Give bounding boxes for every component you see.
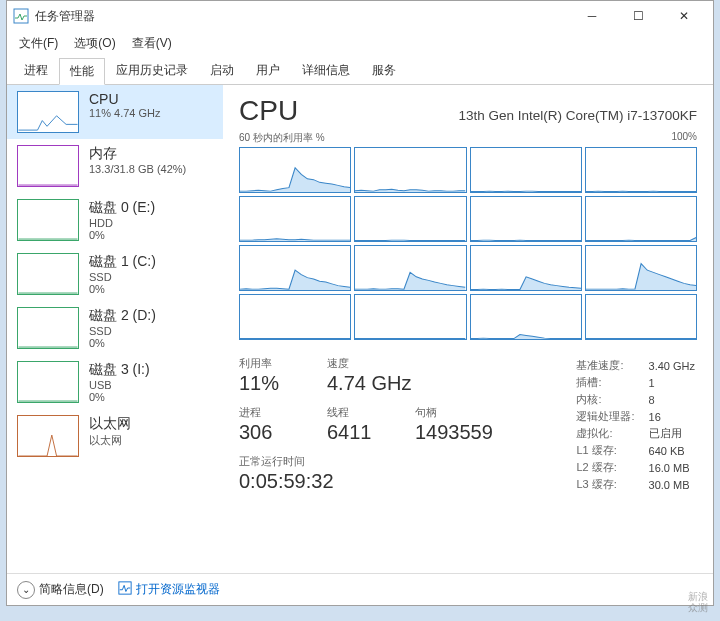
titlebar[interactable]: 任务管理器 ─ ☐ ✕ <box>7 1 713 31</box>
util-label: 利用率 <box>239 356 299 371</box>
info-value: 16 <box>649 409 695 424</box>
thread-value: 6411 <box>327 421 387 444</box>
speed-value: 4.74 GHz <box>327 372 411 395</box>
info-row: L1 缓存:640 KB <box>576 443 695 458</box>
sidebar-item-title: CPU <box>89 91 161 107</box>
menu-view[interactable]: 查看(V) <box>124 33 180 54</box>
info-value: 640 KB <box>649 443 695 458</box>
core-chart-8 <box>239 245 351 291</box>
proc-value: 306 <box>239 421 299 444</box>
info-value: 16.0 MB <box>649 460 695 475</box>
footer: ⌄ 简略信息(D) 打开资源监视器 <box>7 573 713 605</box>
watermark: 新浪众测 <box>688 591 708 613</box>
sidebar-item-6[interactable]: 以太网以太网 <box>7 409 223 463</box>
content: CPU11% 4.74 GHz内存13.3/31.8 GB (42%)磁盘 0 … <box>7 85 713 573</box>
tab-app-history[interactable]: 应用历史记录 <box>105 57 199 84</box>
tab-users[interactable]: 用户 <box>245 57 291 84</box>
info-row: 逻辑处理器:16 <box>576 409 695 424</box>
resource-monitor-label: 打开资源监视器 <box>136 581 220 598</box>
task-manager-window: 任务管理器 ─ ☐ ✕ 文件(F) 选项(O) 查看(V) 进程 性能 应用历史… <box>6 0 714 606</box>
sidebar[interactable]: CPU11% 4.74 GHz内存13.3/31.8 GB (42%)磁盘 0 … <box>7 85 223 573</box>
chart-left-label: 60 秒内的利用率 % <box>239 131 325 145</box>
tab-processes[interactable]: 进程 <box>13 57 59 84</box>
sidebar-item-title: 内存 <box>89 145 186 163</box>
minimize-button[interactable]: ─ <box>569 1 615 31</box>
info-row: 内核:8 <box>576 392 695 407</box>
tab-details[interactable]: 详细信息 <box>291 57 361 84</box>
cpu-per-core-grid <box>239 147 697 340</box>
sidebar-item-sub: 11% 4.74 GHz <box>89 107 161 119</box>
core-chart-5 <box>354 196 466 242</box>
menu-options[interactable]: 选项(O) <box>66 33 123 54</box>
info-key: 内核: <box>576 392 646 407</box>
maximize-button[interactable]: ☐ <box>615 1 661 31</box>
sidebar-item-sub: SSD <box>89 325 156 337</box>
speed-label: 速度 <box>327 356 411 371</box>
core-chart-14 <box>470 294 582 340</box>
info-key: L2 缓存: <box>576 460 646 475</box>
core-chart-4 <box>239 196 351 242</box>
info-key: L1 缓存: <box>576 443 646 458</box>
menu-file[interactable]: 文件(F) <box>11 33 66 54</box>
tab-startup[interactable]: 启动 <box>199 57 245 84</box>
sidebar-item-4[interactable]: 磁盘 2 (D:)SSD0% <box>7 301 223 355</box>
handle-value: 1493559 <box>415 421 493 444</box>
core-chart-10 <box>470 245 582 291</box>
fewer-details-toggle[interactable]: ⌄ 简略信息(D) <box>17 581 104 599</box>
info-value: 8 <box>649 392 695 407</box>
chart-right-label: 100% <box>671 131 697 145</box>
tab-performance[interactable]: 性能 <box>59 58 105 85</box>
core-chart-15 <box>585 294 697 340</box>
sidebar-item-sub: 13.3/31.8 GB (42%) <box>89 163 186 175</box>
stats-row: 利用率11% 速度4.74 GHz 进程306 线程6411 句柄1493559… <box>239 356 697 494</box>
tab-services[interactable]: 服务 <box>361 57 407 84</box>
sidebar-item-title: 磁盘 3 (I:) <box>89 361 150 379</box>
core-chart-1 <box>354 147 466 193</box>
info-value: 已启用 <box>649 426 695 441</box>
resource-monitor-icon <box>118 581 132 598</box>
sidebar-item-title: 以太网 <box>89 415 131 433</box>
cpu-heading: CPU <box>239 95 298 127</box>
core-chart-12 <box>239 294 351 340</box>
thumb-icon <box>17 415 79 457</box>
sidebar-item-title: 磁盘 0 (E:) <box>89 199 155 217</box>
sidebar-item-sub2: 0% <box>89 229 155 241</box>
cpu-model: 13th Gen Intel(R) Core(TM) i7-13700KF <box>458 108 697 123</box>
chevron-down-icon: ⌄ <box>17 581 35 599</box>
cpu-info-table: 基准速度:3.40 GHz插槽:1内核:8逻辑处理器:16虚拟化:已启用L1 缓… <box>574 356 697 494</box>
core-chart-3 <box>585 147 697 193</box>
core-chart-13 <box>354 294 466 340</box>
thumb-icon <box>17 199 79 241</box>
sidebar-item-0[interactable]: CPU11% 4.74 GHz <box>7 85 223 139</box>
sidebar-item-sub2: 0% <box>89 283 156 295</box>
info-key: 插槽: <box>576 375 646 390</box>
menubar: 文件(F) 选项(O) 查看(V) <box>7 31 713 55</box>
sidebar-item-title: 磁盘 1 (C:) <box>89 253 156 271</box>
core-chart-0 <box>239 147 351 193</box>
info-value: 1 <box>649 375 695 390</box>
window-title: 任务管理器 <box>35 8 95 25</box>
sidebar-item-sub: USB <box>89 379 150 391</box>
info-row: L3 缓存:30.0 MB <box>576 477 695 492</box>
tabstrip: 进程 性能 应用历史记录 启动 用户 详细信息 服务 <box>7 57 713 85</box>
info-row: 基准速度:3.40 GHz <box>576 358 695 373</box>
close-button[interactable]: ✕ <box>661 1 707 31</box>
core-chart-7 <box>585 196 697 242</box>
core-chart-6 <box>470 196 582 242</box>
info-row: L2 缓存:16.0 MB <box>576 460 695 475</box>
uptime-value: 0:05:59:32 <box>239 470 493 493</box>
info-key: L3 缓存: <box>576 477 646 492</box>
core-chart-9 <box>354 245 466 291</box>
open-resource-monitor-link[interactable]: 打开资源监视器 <box>118 581 220 598</box>
info-value: 30.0 MB <box>649 477 695 492</box>
sidebar-item-1[interactable]: 内存13.3/31.8 GB (42%) <box>7 139 223 193</box>
fewer-details-label: 简略信息(D) <box>39 581 104 598</box>
sidebar-item-3[interactable]: 磁盘 1 (C:)SSD0% <box>7 247 223 301</box>
sidebar-item-title: 磁盘 2 (D:) <box>89 307 156 325</box>
info-value: 3.40 GHz <box>649 358 695 373</box>
sidebar-item-sub2: 0% <box>89 337 156 349</box>
sidebar-item-5[interactable]: 磁盘 3 (I:)USB0% <box>7 355 223 409</box>
sidebar-item-2[interactable]: 磁盘 0 (E:)HDD0% <box>7 193 223 247</box>
main-panel: CPU 13th Gen Intel(R) Core(TM) i7-13700K… <box>223 85 713 573</box>
util-value: 11% <box>239 372 299 395</box>
